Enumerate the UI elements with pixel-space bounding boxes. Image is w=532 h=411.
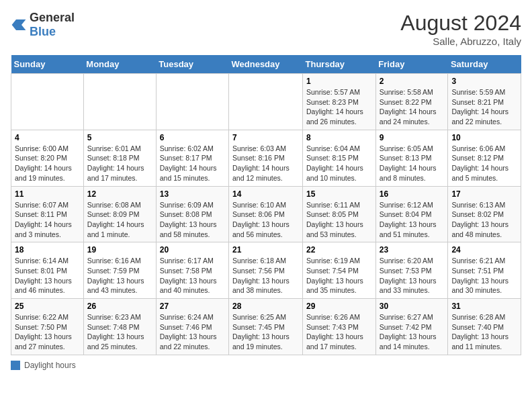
day-info: Sunrise: 6:24 AMSunset: 7:46 PMDaylight:… bbox=[160, 312, 225, 352]
legend-color-box bbox=[11, 361, 20, 370]
calendar-day-cell: 24Sunrise: 6:21 AMSunset: 7:51 PMDayligh… bbox=[448, 242, 521, 299]
calendar-day-cell: 8Sunrise: 6:04 AMSunset: 8:15 PMDaylight… bbox=[303, 130, 376, 186]
day-of-week-header: Saturday bbox=[448, 55, 521, 74]
day-number: 22 bbox=[306, 245, 372, 255]
day-info: Sunrise: 6:23 AMSunset: 7:48 PMDaylight:… bbox=[87, 312, 152, 352]
calendar-day-cell: 1Sunrise: 5:57 AMSunset: 8:23 PMDaylight… bbox=[303, 74, 376, 130]
day-of-week-header: Thursday bbox=[303, 55, 376, 74]
day-info: Sunrise: 6:04 AMSunset: 8:15 PMDaylight:… bbox=[306, 144, 372, 183]
day-number: 2 bbox=[380, 77, 445, 86]
day-number: 7 bbox=[232, 133, 299, 142]
day-number: 28 bbox=[232, 302, 299, 311]
day-info: Sunrise: 5:57 AMSunset: 8:23 PMDaylight:… bbox=[306, 87, 372, 127]
day-info: Sunrise: 6:02 AMSunset: 8:17 PMDaylight:… bbox=[160, 144, 225, 183]
day-info: Sunrise: 6:13 AMSunset: 8:02 PMDaylight:… bbox=[451, 200, 517, 240]
calendar-day-cell: 14Sunrise: 6:10 AMSunset: 8:06 PMDayligh… bbox=[229, 186, 303, 242]
calendar-day-cell: 15Sunrise: 6:11 AMSunset: 8:05 PMDayligh… bbox=[303, 186, 376, 242]
calendar-day-cell: 4Sunrise: 6:00 AMSunset: 8:20 PMDaylight… bbox=[11, 130, 84, 186]
day-info: Sunrise: 6:28 AMSunset: 7:40 PMDaylight:… bbox=[451, 312, 517, 352]
day-info: Sunrise: 6:20 AMSunset: 7:53 PMDaylight:… bbox=[380, 256, 445, 295]
day-info: Sunrise: 6:18 AMSunset: 7:56 PMDaylight:… bbox=[232, 256, 299, 295]
day-info: Sunrise: 6:11 AMSunset: 8:05 PMDaylight:… bbox=[306, 200, 372, 240]
legend: Daylight hours bbox=[11, 361, 521, 370]
day-number: 12 bbox=[87, 189, 152, 199]
calendar-week-row: 1Sunrise: 5:57 AMSunset: 8:23 PMDaylight… bbox=[11, 74, 521, 130]
logo: General Blue bbox=[11, 11, 75, 39]
day-info: Sunrise: 6:21 AMSunset: 7:51 PMDaylight:… bbox=[451, 256, 517, 295]
calendar-day-cell: 5Sunrise: 6:01 AMSunset: 8:18 PMDaylight… bbox=[83, 130, 156, 186]
calendar-day-cell: 21Sunrise: 6:18 AMSunset: 7:56 PMDayligh… bbox=[229, 242, 303, 299]
calendar-day-cell: 19Sunrise: 6:16 AMSunset: 7:59 PMDayligh… bbox=[83, 242, 156, 299]
calendar-day-cell: 17Sunrise: 6:13 AMSunset: 8:02 PMDayligh… bbox=[448, 186, 521, 242]
day-info: Sunrise: 6:06 AMSunset: 8:12 PMDaylight:… bbox=[451, 144, 517, 183]
calendar-day-cell: 31Sunrise: 6:28 AMSunset: 7:40 PMDayligh… bbox=[448, 299, 521, 355]
calendar-week-row: 4Sunrise: 6:00 AMSunset: 8:20 PMDaylight… bbox=[11, 130, 521, 186]
day-info: Sunrise: 5:59 AMSunset: 8:21 PMDaylight:… bbox=[451, 87, 517, 127]
calendar-day-cell: 7Sunrise: 6:03 AMSunset: 8:16 PMDaylight… bbox=[229, 130, 303, 186]
day-number: 21 bbox=[232, 245, 299, 255]
calendar-day-cell bbox=[11, 74, 84, 130]
day-number: 23 bbox=[380, 245, 445, 255]
day-number: 29 bbox=[306, 302, 372, 311]
day-info: Sunrise: 6:25 AMSunset: 7:45 PMDaylight:… bbox=[232, 312, 299, 352]
calendar-day-cell bbox=[156, 74, 228, 130]
day-number: 27 bbox=[160, 302, 225, 311]
logo-general: General bbox=[30, 11, 75, 24]
calendar-day-cell: 9Sunrise: 6:05 AMSunset: 8:13 PMDaylight… bbox=[375, 130, 448, 186]
header: General Blue August 2024 Salle, Abruzzo,… bbox=[11, 11, 521, 47]
day-info: Sunrise: 6:05 AMSunset: 8:13 PMDaylight:… bbox=[380, 144, 445, 183]
day-number: 8 bbox=[306, 133, 372, 142]
day-of-week-header: Friday bbox=[375, 55, 448, 74]
calendar-day-cell: 3Sunrise: 5:59 AMSunset: 8:21 PMDaylight… bbox=[448, 74, 521, 130]
day-number: 3 bbox=[451, 77, 517, 86]
calendar-table: SundayMondayTuesdayWednesdayThursdayFrid… bbox=[11, 55, 521, 355]
calendar-day-cell: 16Sunrise: 6:12 AMSunset: 8:04 PMDayligh… bbox=[375, 186, 448, 242]
day-info: Sunrise: 6:10 AMSunset: 8:06 PMDaylight:… bbox=[232, 200, 299, 240]
logo-icon bbox=[11, 18, 27, 32]
day-of-week-header: Wednesday bbox=[229, 55, 303, 74]
day-number: 19 bbox=[87, 245, 152, 255]
day-number: 16 bbox=[380, 189, 445, 199]
day-info: Sunrise: 6:17 AMSunset: 7:58 PMDaylight:… bbox=[160, 256, 225, 295]
day-number: 13 bbox=[160, 189, 225, 199]
calendar-day-cell: 2Sunrise: 5:58 AMSunset: 8:22 PMDaylight… bbox=[375, 74, 448, 130]
day-info: Sunrise: 6:12 AMSunset: 8:04 PMDaylight:… bbox=[380, 200, 445, 240]
day-info: Sunrise: 6:26 AMSunset: 7:43 PMDaylight:… bbox=[306, 312, 372, 352]
day-info: Sunrise: 6:01 AMSunset: 8:18 PMDaylight:… bbox=[87, 144, 152, 183]
day-of-week-header: Tuesday bbox=[156, 55, 228, 74]
day-info: Sunrise: 6:08 AMSunset: 8:09 PMDaylight:… bbox=[87, 200, 152, 240]
day-number: 4 bbox=[15, 133, 80, 142]
day-number: 26 bbox=[87, 302, 152, 311]
calendar-day-cell: 29Sunrise: 6:26 AMSunset: 7:43 PMDayligh… bbox=[303, 299, 376, 355]
calendar-day-cell bbox=[83, 74, 156, 130]
calendar-day-cell: 10Sunrise: 6:06 AMSunset: 8:12 PMDayligh… bbox=[448, 130, 521, 186]
day-number: 14 bbox=[232, 189, 299, 199]
day-info: Sunrise: 6:19 AMSunset: 7:54 PMDaylight:… bbox=[306, 256, 372, 295]
location: Salle, Abruzzo, Italy bbox=[400, 36, 521, 47]
calendar-day-cell: 25Sunrise: 6:22 AMSunset: 7:50 PMDayligh… bbox=[11, 299, 84, 355]
month-year: August 2024 bbox=[400, 11, 521, 36]
calendar-day-cell: 28Sunrise: 6:25 AMSunset: 7:45 PMDayligh… bbox=[229, 299, 303, 355]
calendar-day-cell: 23Sunrise: 6:20 AMSunset: 7:53 PMDayligh… bbox=[375, 242, 448, 299]
day-number: 1 bbox=[306, 77, 372, 86]
day-number: 15 bbox=[306, 189, 372, 199]
calendar-day-cell bbox=[229, 74, 303, 130]
day-number: 11 bbox=[15, 189, 80, 199]
day-number: 10 bbox=[451, 133, 517, 142]
day-info: Sunrise: 6:07 AMSunset: 8:11 PMDaylight:… bbox=[15, 200, 80, 240]
legend-label: Daylight hours bbox=[24, 361, 76, 370]
day-number: 24 bbox=[451, 245, 517, 255]
day-number: 31 bbox=[451, 302, 517, 311]
day-number: 6 bbox=[160, 133, 225, 142]
title-area: August 2024 Salle, Abruzzo, Italy bbox=[400, 11, 521, 47]
day-number: 18 bbox=[15, 245, 80, 255]
calendar-day-cell: 18Sunrise: 6:14 AMSunset: 8:01 PMDayligh… bbox=[11, 242, 84, 299]
calendar-week-row: 25Sunrise: 6:22 AMSunset: 7:50 PMDayligh… bbox=[11, 299, 521, 355]
calendar-day-cell: 13Sunrise: 6:09 AMSunset: 8:08 PMDayligh… bbox=[156, 186, 228, 242]
day-info: Sunrise: 6:00 AMSunset: 8:20 PMDaylight:… bbox=[15, 144, 80, 183]
day-info: Sunrise: 6:27 AMSunset: 7:42 PMDaylight:… bbox=[380, 312, 445, 352]
day-number: 30 bbox=[380, 302, 445, 311]
day-number: 20 bbox=[160, 245, 225, 255]
day-info: Sunrise: 6:22 AMSunset: 7:50 PMDaylight:… bbox=[15, 312, 80, 352]
days-header-row: SundayMondayTuesdayWednesdayThursdayFrid… bbox=[11, 55, 521, 74]
